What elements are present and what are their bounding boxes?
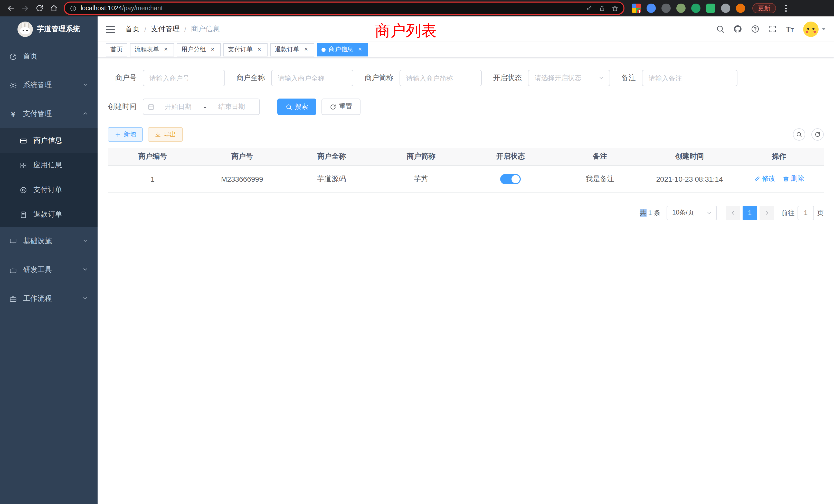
- user-avatar-menu[interactable]: [803, 21, 826, 37]
- close-icon[interactable]: ×: [356, 46, 364, 53]
- sidebar-item-home[interactable]: 首页: [0, 42, 97, 71]
- breadcrumb-payment[interactable]: 支付管理: [151, 24, 180, 33]
- active-dot: [322, 47, 326, 51]
- help-icon[interactable]: [748, 22, 762, 36]
- close-icon[interactable]: ×: [209, 46, 216, 53]
- bookmark-star-icon[interactable]: [612, 5, 618, 12]
- github-icon[interactable]: [730, 22, 745, 36]
- extension-icon-8[interactable]: [736, 4, 745, 13]
- next-page-button[interactable]: [760, 206, 774, 220]
- refresh-icon: [330, 104, 336, 110]
- browser-forward-button[interactable]: [19, 2, 32, 15]
- goto-page-input[interactable]: [797, 206, 814, 220]
- search-icon[interactable]: [713, 22, 727, 36]
- toolbox-icon: [9, 266, 17, 274]
- chevron-up-icon: [82, 110, 88, 118]
- toggle-search-button[interactable]: [793, 128, 805, 141]
- cell-created: 2021-10-23 08:31:14: [645, 165, 734, 192]
- extensions-area: 10: [632, 4, 745, 13]
- remark-input[interactable]: [642, 70, 738, 86]
- search-button[interactable]: 搜索: [277, 98, 316, 115]
- tab-user-group[interactable]: 用户分组×: [177, 43, 221, 56]
- sidebar-item-refund-order[interactable]: 退款订单: [0, 202, 97, 227]
- status-select[interactable]: 请选择开启状态: [528, 70, 610, 86]
- extension-icon-4[interactable]: [676, 4, 686, 13]
- close-icon[interactable]: ×: [256, 46, 263, 53]
- caret-down-icon: [822, 28, 826, 30]
- extension-icon-6[interactable]: [706, 4, 716, 13]
- browser-toolbar: localhost:1024/pay/merchant 10: [0, 0, 834, 17]
- sidebar-item-pay-order[interactable]: 支付订单: [0, 178, 97, 202]
- page-number-1[interactable]: 1: [743, 206, 757, 220]
- share-icon[interactable]: [599, 5, 606, 12]
- page-unit-label: 页: [817, 208, 824, 217]
- browser-reload-button[interactable]: [33, 2, 46, 15]
- chevron-down-icon: [82, 266, 88, 274]
- sidebar-item-payment[interactable]: ¥ 支付管理: [0, 99, 97, 128]
- annotation-title: 商户列表: [375, 21, 437, 42]
- sidebar-item-system[interactable]: 系统管理: [0, 71, 97, 99]
- prev-page-button[interactable]: [726, 206, 740, 220]
- chevron-down-icon: [706, 210, 712, 216]
- app-logo[interactable]: 芋道管理系统: [0, 17, 97, 42]
- sidebar-item-dev-tools[interactable]: 研发工具: [0, 256, 97, 284]
- logo-avatar: [18, 22, 33, 37]
- tab-refund-order[interactable]: 退款订单×: [270, 43, 314, 56]
- browser-menu-icon[interactable]: [781, 4, 790, 13]
- trash-icon: [783, 176, 789, 182]
- export-button[interactable]: 导出: [148, 127, 183, 142]
- cell-merchant-id: 1: [108, 165, 197, 192]
- short-name-input[interactable]: [399, 70, 482, 86]
- pagination: 共 1 条 10条/页 1 前往 页: [108, 206, 824, 220]
- browser-home-button[interactable]: [47, 2, 61, 15]
- refresh-icon: [814, 131, 821, 138]
- edit-button[interactable]: 修改: [754, 174, 775, 183]
- download-icon: [155, 131, 161, 138]
- extension-icon-1[interactable]: 10: [632, 4, 641, 13]
- tab-pay-order[interactable]: 支付订单×: [223, 43, 267, 56]
- sidebar-item-infrastructure[interactable]: 基础设施: [0, 227, 97, 256]
- merchant-no-input[interactable]: [143, 70, 225, 86]
- sidebar-item-app-info[interactable]: 应用信息: [0, 153, 97, 178]
- site-info-icon[interactable]: [70, 5, 76, 12]
- tab-home[interactable]: 首页: [106, 43, 127, 56]
- browser-update-button[interactable]: 更新: [752, 3, 776, 13]
- create-time-range-picker[interactable]: 开始日期 - 结束日期: [143, 98, 260, 115]
- refresh-table-button[interactable]: [811, 128, 824, 141]
- add-button[interactable]: 新增: [108, 127, 143, 142]
- tab-process-form[interactable]: 流程表单×: [130, 43, 174, 56]
- full-name-input[interactable]: [271, 70, 353, 86]
- extension-icon-5[interactable]: [691, 4, 701, 13]
- sidebar-item-merchant-info[interactable]: 商户信息: [0, 128, 97, 153]
- end-date-placeholder: 结束日期: [208, 102, 255, 111]
- calendar-icon: [147, 103, 155, 110]
- chevron-down-icon: [82, 237, 88, 245]
- font-size-icon[interactable]: TT: [783, 22, 797, 36]
- extension-icon-2[interactable]: [646, 4, 656, 13]
- breadcrumb-home[interactable]: 首页: [125, 24, 140, 33]
- dashboard-icon: [9, 53, 17, 60]
- sidebar-collapse-icon[interactable]: [106, 23, 117, 35]
- extension-icon-7[interactable]: [721, 4, 730, 13]
- close-icon[interactable]: ×: [162, 46, 170, 53]
- delete-button[interactable]: 删除: [783, 174, 804, 183]
- fullscreen-icon[interactable]: [765, 22, 780, 36]
- reset-button[interactable]: 重置: [322, 98, 360, 115]
- tab-merchant-info[interactable]: 商户信息×: [317, 43, 368, 56]
- avatar: [803, 21, 818, 37]
- payment-submenu: 商户信息 应用信息 支付订单 退款订单: [0, 128, 97, 227]
- screen: localhost:1024/pay/merchant 10: [0, 0, 834, 504]
- page-header: 首页 / 支付管理 / 商户信息 商户列表: [97, 17, 834, 42]
- password-key-icon[interactable]: [586, 5, 593, 12]
- goto-label: 前往: [781, 208, 794, 217]
- page-size-select[interactable]: 10条/页: [666, 206, 717, 220]
- extension-icon-3[interactable]: [661, 4, 671, 13]
- status-toggle[interactable]: [500, 174, 521, 184]
- col-merchant-id: 商户编号: [108, 148, 197, 165]
- sidebar-item-workflow[interactable]: 工作流程: [0, 284, 97, 313]
- browser-back-button[interactable]: [4, 2, 18, 15]
- close-icon[interactable]: ×: [303, 46, 310, 53]
- address-bar[interactable]: localhost:1024/pay/merchant: [64, 2, 624, 15]
- col-merchant-no: 商户号: [197, 148, 287, 165]
- col-short-name: 商户简称: [376, 148, 466, 165]
